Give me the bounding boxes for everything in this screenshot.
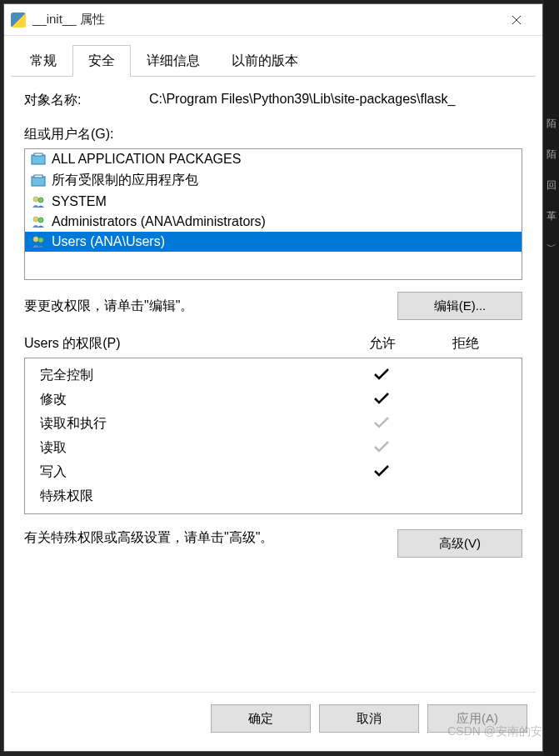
apply-button[interactable]: 应用(A) — [427, 704, 527, 733]
advanced-hint: 有关特殊权限或高级设置，请单击"高级"。 — [24, 529, 387, 547]
principal-item[interactable]: ALL APPLICATION PACKAGES — [25, 149, 522, 169]
perm-name: 特殊权限 — [40, 488, 340, 505]
principal-name: Users (ANA\Users) — [52, 234, 165, 249]
python-icon — [11, 13, 26, 28]
object-name-value: C:\Program Files\Python39\Lib\site-packa… — [149, 92, 522, 109]
perm-name: 完全控制 — [40, 367, 340, 384]
svg-rect-0 — [32, 155, 45, 164]
users-icon — [30, 214, 47, 229]
perm-name: 修改 — [40, 391, 340, 408]
tab-content-security: 对象名称: C:\Program Files\Python39\Lib\site… — [11, 77, 536, 692]
perm-name: 写入 — [40, 463, 340, 481]
principal-item[interactable]: Administrators (ANA\Administrators) — [25, 212, 522, 232]
tab-security[interactable]: 安全 — [72, 45, 131, 77]
tab-details[interactable]: 详细信息 — [131, 45, 216, 77]
perm-allow — [340, 440, 423, 457]
perm-row: 特殊权限 — [25, 484, 522, 508]
allow-header: 允许 — [341, 335, 424, 353]
edit-row: 要更改权限，请单击"编辑"。 编辑(E)... — [24, 292, 522, 320]
edit-button[interactable]: 编辑(E)... — [397, 292, 522, 320]
advanced-row: 有关特殊权限或高级设置，请单击"高级"。 高级(V) — [24, 529, 522, 558]
principal-name: Administrators (ANA\Administrators) — [52, 214, 266, 229]
tab-general[interactable]: 常规 — [14, 45, 72, 77]
groups-label: 组或用户名(G): — [24, 126, 522, 143]
svg-point-9 — [38, 238, 43, 243]
principal-name: ALL APPLICATION PACKAGES — [52, 152, 241, 167]
window-controls — [497, 8, 536, 33]
cancel-button[interactable]: 取消 — [319, 704, 419, 733]
tab-previous[interactable]: 以前的版本 — [216, 45, 314, 77]
principal-item[interactable]: SYSTEM — [25, 192, 522, 212]
properties-dialog: __init__ 属性 常规 安全 详细信息 以前的版本 对象名称: C:\Pr… — [3, 3, 543, 752]
advanced-button[interactable]: 高级(V) — [397, 529, 522, 558]
titlebar: __init__ 属性 — [4, 4, 542, 36]
svg-rect-3 — [34, 175, 42, 178]
principal-item[interactable]: Users (ANA\Users) — [25, 232, 522, 252]
dialog-body: 常规 安全 详细信息 以前的版本 对象名称: C:\Program Files\… — [4, 36, 542, 751]
principal-name: SYSTEM — [52, 194, 107, 209]
permissions-box: 完全控制 修改 读取和执行 读取 — [24, 358, 522, 514]
perm-allow — [340, 464, 423, 481]
check-icon — [373, 464, 390, 478]
principal-item[interactable]: 所有受限制的应用程序包 — [25, 169, 522, 192]
deny-header: 拒绝 — [424, 335, 507, 353]
svg-point-6 — [33, 217, 38, 222]
edit-hint: 要更改权限，请单击"编辑"。 — [24, 298, 387, 315]
tab-bar: 常规 安全 详细信息 以前的版本 — [11, 44, 536, 77]
object-name-row: 对象名称: C:\Program Files\Python39\Lib\site… — [24, 92, 522, 109]
package-icon — [30, 152, 47, 167]
perm-row: 修改 — [25, 388, 522, 412]
perm-name: 读取和执行 — [40, 415, 340, 433]
svg-rect-1 — [34, 153, 42, 156]
background-strip: 陌陌回革﹀ — [544, 0, 559, 756]
perm-row: 读取 — [25, 436, 522, 460]
permissions-for-label: Users 的权限(P) — [24, 335, 341, 353]
users-icon — [30, 234, 47, 249]
check-icon — [373, 368, 390, 381]
check-icon — [373, 392, 390, 405]
svg-point-8 — [33, 237, 38, 242]
window-title: __init__ 属性 — [32, 12, 497, 28]
perm-row: 写入 — [25, 460, 522, 484]
perm-allow — [340, 416, 423, 433]
dialog-buttons: 确定 取消 应用(A) — [11, 692, 536, 744]
perm-name: 读取 — [40, 439, 340, 457]
svg-point-4 — [33, 197, 38, 202]
perm-row: 读取和执行 — [25, 412, 522, 436]
object-name-label: 对象名称: — [24, 92, 149, 109]
check-grey-icon — [373, 416, 390, 429]
svg-rect-2 — [32, 177, 45, 186]
svg-point-5 — [38, 198, 43, 203]
ok-button[interactable]: 确定 — [211, 704, 311, 733]
perm-allow — [340, 392, 423, 408]
package-icon — [30, 173, 47, 188]
close-button[interactable] — [497, 8, 536, 33]
users-icon — [30, 194, 47, 209]
principals-list[interactable]: ALL APPLICATION PACKAGES 所有受限制的应用程序包 SYS… — [24, 148, 522, 280]
principal-name: 所有受限制的应用程序包 — [52, 172, 198, 189]
perm-row: 完全控制 — [25, 363, 522, 388]
permissions-header: Users 的权限(P) 允许 拒绝 — [24, 335, 522, 353]
check-grey-icon — [373, 440, 390, 453]
svg-point-7 — [38, 218, 43, 223]
perm-allow — [340, 368, 423, 384]
